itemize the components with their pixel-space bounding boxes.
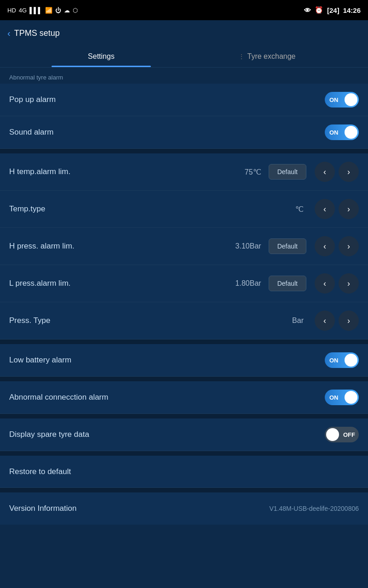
h-temp-default-button[interactable]: Default (269, 164, 306, 180)
h-press-left-arrow[interactable]: ‹ (315, 236, 335, 256)
setting-row-l-press: L press.alarm lim. 1.80Bar Default ‹ › (0, 265, 368, 302)
h-press-value: 3.10Bar (224, 242, 261, 250)
temp-type-label: Temp.type (9, 204, 267, 214)
tab-tyre-exchange[interactable]: ⋮Tyre exchange (184, 46, 350, 67)
temp-type-value: ℃ (267, 205, 304, 214)
abnormal-connection-label: Abnormal connecction alarm (9, 393, 325, 402)
eye-icon: 👁 (304, 6, 311, 14)
toggle-knob (326, 428, 339, 441)
press-type-right-arrow[interactable]: › (339, 311, 359, 331)
restore-to-default-row[interactable]: Restore to default (0, 456, 368, 488)
setting-row-h-press: H press. alarm lim. 3.10Bar Default ‹ › (0, 228, 368, 265)
divider-3 (0, 377, 368, 381)
setting-row-abnormal-connection: Abnormal connecction alarm ON (0, 381, 368, 414)
spare-tyre-toggle[interactable]: OFF (325, 427, 359, 442)
shield-icon: ⬡ (73, 7, 78, 14)
toggle-knob (345, 391, 357, 404)
cloud-icon: ☁ (64, 7, 70, 14)
setting-row-low-battery: Low battery alarm ON (0, 344, 368, 377)
temp-type-right-arrow[interactable]: › (339, 199, 359, 219)
h-press-right-arrow[interactable]: › (339, 236, 359, 256)
restore-label: Restore to default (9, 467, 359, 476)
setting-row-h-temp: H temp.alarm lim. 75℃ Default ‹ › (0, 153, 368, 191)
low-battery-toggle[interactable]: ON (325, 352, 359, 368)
popup-alarm-toggle[interactable]: ON (325, 92, 359, 107)
h-temp-label: H temp.alarm lim. (9, 167, 224, 176)
h-temp-left-arrow[interactable]: ‹ (315, 162, 335, 182)
toggle-knob (345, 354, 357, 367)
wifi-icon: 📶 (45, 7, 52, 14)
time-display: 14:26 (343, 6, 361, 14)
divider-2 (0, 339, 368, 344)
h-press-default-button[interactable]: Default (269, 238, 306, 254)
version-label: Version Information (9, 504, 269, 513)
divider-4 (0, 414, 368, 418)
temp-type-left-arrow[interactable]: ‹ (315, 199, 335, 219)
low-battery-label: Low battery alarm (9, 356, 325, 365)
tab-settings[interactable]: Settings (18, 46, 184, 67)
tabs-bar: Settings ⋮Tyre exchange (0, 46, 368, 68)
back-button[interactable]: ‹ (7, 28, 11, 39)
version-row: Version Information V1.48M-USB-deelife-2… (0, 492, 368, 525)
toggle-knob (345, 126, 357, 139)
l-press-label: L press.alarm lim. (9, 279, 224, 288)
hd-icon: HD (7, 7, 16, 14)
status-bar: HD 4G ▌▌▌ 📶 ⏻ ☁ ⬡ 👁 ⏰ [24] 14:26 (0, 0, 368, 20)
settings-content: Abnormal tyre alarm Pop up alarm ON Soun… (0, 68, 368, 525)
press-type-label: Press. Type (9, 316, 267, 325)
status-left: HD 4G ▌▌▌ 📶 ⏻ ☁ ⬡ (7, 7, 78, 14)
top-bar: ‹ TPMS setup (0, 20, 368, 46)
press-type-value: Bar (267, 317, 304, 325)
sound-alarm-label: Sound alarm (9, 128, 325, 137)
l-press-default-button[interactable]: Default (269, 276, 306, 291)
spare-tyre-label: Display spare tyre data (9, 430, 325, 439)
status-right: 👁 ⏰ [24] 14:26 (304, 6, 361, 14)
battery-indicator: [24] (327, 6, 339, 14)
l-press-value: 1.80Bar (224, 279, 261, 288)
power-icon: ⏻ (55, 7, 61, 14)
section-label-abnormal: Abnormal tyre alarm (0, 68, 368, 84)
signal-icon: ▌▌▌ (29, 7, 42, 14)
setting-row-popup-alarm: Pop up alarm ON (0, 84, 368, 116)
setting-row-spare-tyre: Display spare tyre data OFF (0, 418, 368, 451)
l-press-left-arrow[interactable]: ‹ (315, 273, 335, 294)
divider-1 (0, 149, 368, 153)
divider-6 (0, 488, 368, 492)
setting-row-temp-type: Temp.type ℃ ‹ › (0, 191, 368, 228)
divider-5 (0, 451, 368, 456)
version-value: V1.48M-USB-deelife-20200806 (269, 505, 359, 512)
h-temp-value: 75℃ (224, 168, 261, 176)
h-press-label: H press. alarm lim. (9, 242, 224, 251)
l-press-right-arrow[interactable]: › (339, 273, 359, 294)
alarm-icon: ⏰ (315, 6, 323, 14)
page-title: TPMS setup (14, 28, 60, 38)
popup-alarm-label: Pop up alarm (9, 95, 325, 104)
sound-alarm-toggle[interactable]: ON (325, 124, 359, 140)
setting-row-sound-alarm: Sound alarm ON (0, 116, 368, 149)
toggle-knob (345, 93, 357, 106)
abnormal-connection-toggle[interactable]: ON (325, 390, 359, 405)
setting-row-press-type: Press. Type Bar ‹ › (0, 302, 368, 339)
press-type-left-arrow[interactable]: ‹ (315, 311, 335, 331)
4g-icon: 4G (19, 7, 27, 14)
h-temp-right-arrow[interactable]: › (339, 162, 359, 182)
